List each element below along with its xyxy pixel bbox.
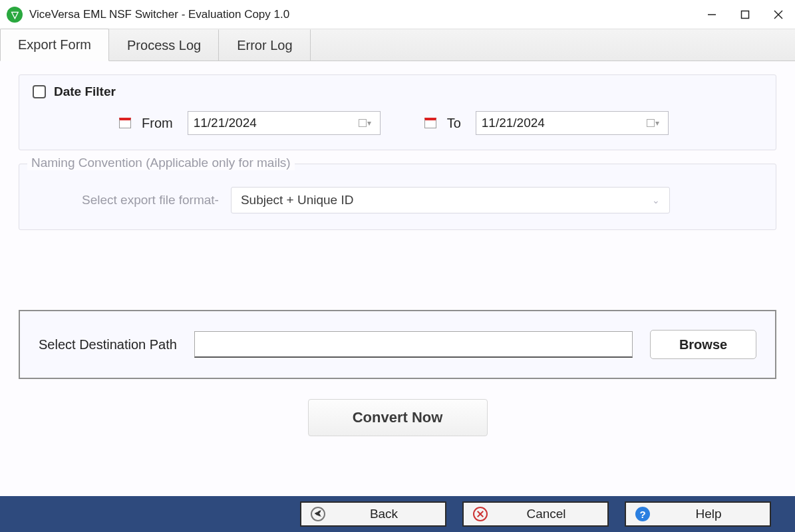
content-area: Date Filter From 11/21/2024 ▾ To 11/21/2… — [0, 61, 795, 496]
footer-bar: ⮜ Back Cancel ? Help — [0, 496, 795, 532]
date-filter-label: Date Filter — [54, 84, 116, 99]
destination-group: Select Destination Path Browse — [19, 310, 776, 379]
title-bar: ▽ ViceVersa EML NSF Switcher - Evaluatio… — [0, 0, 795, 29]
from-label: From — [142, 116, 173, 131]
format-select[interactable]: Subject + Unique ID ⌄ — [231, 187, 670, 213]
app-icon: ▽ — [7, 7, 23, 23]
back-button[interactable]: ⮜ Back — [300, 501, 446, 527]
maximize-button[interactable] — [728, 0, 762, 29]
minimize-icon — [707, 10, 716, 19]
to-date-dropdown-icon: ▾ — [644, 115, 663, 131]
back-icon: ⮜ — [311, 507, 325, 521]
date-filter-checkbox[interactable] — [33, 85, 46, 98]
calendar-icon — [119, 118, 131, 128]
tab-bar: Export Form Process Log Error Log — [0, 29, 795, 61]
help-button[interactable]: ? Help — [625, 501, 771, 527]
tab-process-log[interactable]: Process Log — [109, 29, 219, 61]
convert-button-label: Convert Now — [353, 409, 443, 426]
convert-now-button[interactable]: Convert Now — [308, 399, 488, 436]
minimize-button[interactable] — [695, 0, 728, 29]
help-icon: ? — [635, 507, 650, 521]
browse-button[interactable]: Browse — [650, 330, 756, 359]
browse-button-label: Browse — [679, 337, 727, 352]
calendar-icon — [424, 118, 436, 128]
tab-error-log[interactable]: Error Log — [219, 29, 310, 61]
maximize-icon — [740, 10, 750, 19]
cancel-button[interactable]: Cancel — [462, 501, 609, 527]
chevron-down-icon: ⌄ — [652, 195, 660, 205]
cancel-button-label: Cancel — [500, 507, 607, 521]
to-label: To — [447, 116, 461, 131]
window-title: ViceVersa EML NSF Switcher - Evaluation … — [29, 8, 289, 21]
cancel-icon — [473, 507, 488, 521]
naming-convention-group: Naming Convention (Applicable only for m… — [19, 164, 776, 230]
destination-path-input[interactable] — [194, 331, 633, 358]
convert-wrap: Convert Now — [19, 399, 776, 436]
format-select-value: Subject + Unique ID — [241, 193, 354, 207]
help-button-label: Help — [662, 507, 770, 521]
back-button-label: Back — [337, 507, 445, 521]
from-date-value: 11/21/2024 — [194, 116, 257, 130]
format-row: Select export file format- Subject + Uni… — [35, 176, 760, 213]
from-date-input[interactable]: 11/21/2024 ▾ — [188, 111, 381, 135]
date-filter-group: Date Filter From 11/21/2024 ▾ To 11/21/2… — [19, 74, 776, 150]
svg-rect-1 — [742, 11, 749, 18]
format-label: Select export file format- — [82, 193, 219, 207]
date-range-row: From 11/21/2024 ▾ To 11/21/2024 ▾ — [33, 111, 762, 135]
date-filter-header: Date Filter — [33, 84, 762, 99]
from-date-dropdown-icon: ▾ — [356, 115, 375, 131]
close-icon — [774, 10, 783, 19]
window-controls — [695, 0, 795, 29]
to-date-input[interactable]: 11/21/2024 ▾ — [476, 111, 669, 135]
close-button[interactable] — [762, 0, 795, 29]
destination-label: Select Destination Path — [39, 337, 177, 352]
tab-export-form[interactable]: Export Form — [0, 29, 109, 61]
app-icon-glyph: ▽ — [11, 9, 19, 20]
naming-convention-legend: Naming Convention (Applicable only for m… — [27, 156, 295, 170]
to-date-value: 11/21/2024 — [482, 116, 545, 130]
